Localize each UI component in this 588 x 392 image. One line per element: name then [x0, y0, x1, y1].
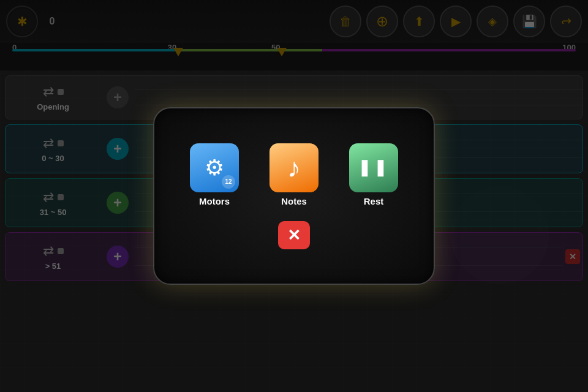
modal-overlay: ⚙ 12 Motors ♪ Notes ❚❚ Rest: [0, 0, 588, 392]
motors-label: Motors: [199, 196, 230, 206]
motors-badge: 12: [222, 175, 235, 189]
motors-card-icon: ⚙ 12: [190, 143, 239, 192]
rest-pause-icon: ❚❚: [358, 158, 390, 177]
notes-label: Notes: [281, 196, 307, 206]
rest-card-icon: ❚❚: [349, 143, 398, 192]
modal-card-rest[interactable]: ❚❚ Rest: [346, 143, 401, 206]
motors-gear-icon: ⚙: [205, 155, 224, 181]
notes-music-icon: ♪: [287, 153, 301, 183]
modal-card-notes[interactable]: ♪ Notes: [266, 143, 322, 206]
notes-card-icon: ♪: [270, 143, 318, 192]
modal-card-motors[interactable]: ⚙ 12 Motors: [187, 143, 242, 206]
modal-items: ⚙ 12 Motors ♪ Notes ❚❚ Rest: [187, 143, 401, 206]
modal-box: ⚙ 12 Motors ♪ Notes ❚❚ Rest: [153, 107, 435, 285]
close-x-icon: ✕: [287, 227, 301, 243]
modal-close-button[interactable]: ✕: [278, 221, 310, 249]
rest-label: Rest: [364, 196, 384, 206]
